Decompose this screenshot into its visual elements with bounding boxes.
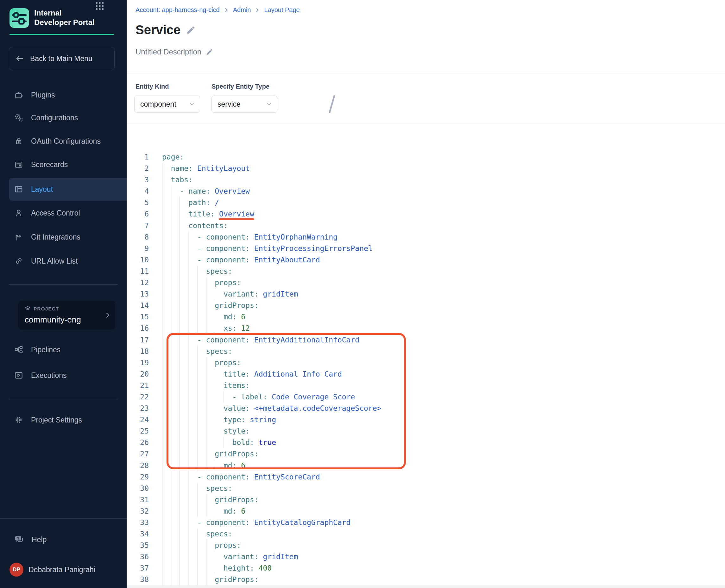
editor-scrollbar[interactable] [127, 585, 725, 588]
sidebar-item-git-integrations[interactable]: Git Integrations [0, 226, 127, 248]
sidebar-item-layout[interactable]: Layout [9, 178, 127, 201]
breadcrumb-layout-page-link[interactable]: Layout Page [264, 6, 299, 14]
code-line[interactable]: 37height: 400 [127, 562, 725, 574]
code-line[interactable]: 8- component: EntityOrphanWarning [127, 231, 725, 243]
sidebar-item-scorecards[interactable]: Scorecards [0, 153, 127, 176]
code-line[interactable]: 18specs: [127, 345, 725, 357]
user-menu[interactable]: DP Debabrata Panigrahi [9, 563, 95, 576]
sidebar-divider [9, 284, 118, 285]
page-title: Service [136, 23, 181, 37]
app-logo[interactable] [9, 8, 29, 28]
line-number: 26 [127, 437, 149, 448]
code-line[interactable]: 2name: EntityLayout [127, 163, 725, 174]
entity-type-select[interactable]: service [211, 96, 277, 113]
code-line[interactable]: 13variant: gridItem [127, 288, 725, 300]
sidebar-item-plugins[interactable]: Plugins [0, 84, 127, 106]
code-line[interactable]: 14gridProps: [127, 300, 725, 311]
app-title: Internal Developer Portal [34, 8, 96, 27]
entity-kind-select[interactable]: component [134, 96, 200, 113]
back-label: Back to Main Menu [30, 55, 92, 63]
yaml-editor[interactable]: 1page:2name: EntityLayout3tabs:4- name: … [127, 151, 725, 588]
back-to-main-menu-button[interactable]: Back to Main Menu [9, 47, 115, 70]
code-line[interactable]: 38gridProps: [127, 574, 725, 585]
line-number: 9 [127, 243, 149, 254]
apps-grid-icon[interactable] [95, 1, 104, 11]
code-line[interactable]: 5path: / [127, 197, 725, 208]
breadcrumb-separator-icon [254, 7, 260, 13]
code-line[interactable]: 12props: [127, 277, 725, 288]
arrow-left-icon [15, 54, 24, 63]
sidebar-item-oauth-configurations[interactable]: OAuth Configurations [0, 130, 127, 152]
line-number: 27 [127, 448, 149, 460]
puzzle-icon [14, 90, 23, 100]
line-number: 38 [127, 574, 149, 585]
code-line[interactable]: 10- component: EntityAboutCard [127, 254, 725, 266]
code-line[interactable]: 34specs: [127, 528, 725, 540]
code-line[interactable]: 4- name: Overview [127, 186, 725, 197]
code-line[interactable]: 31gridProps: [127, 494, 725, 505]
code-line[interactable]: 27gridProps: [127, 448, 725, 460]
breadcrumb-account-link[interactable]: Account: app-harness-ng-cicd [136, 6, 220, 14]
code-line[interactable]: 29- component: EntityScoreCard [127, 471, 725, 483]
play-box-icon [14, 371, 23, 380]
code-line[interactable]: 6title: Overview [127, 208, 725, 219]
code-line[interactable]: 30specs: [127, 483, 725, 494]
sidebar-item-label: Pipelines [31, 345, 60, 354]
code-line[interactable]: 36variant: gridItem [127, 551, 725, 562]
sidebar-item-project-settings[interactable]: Project Settings [0, 408, 127, 432]
line-number: 21 [127, 380, 149, 391]
code-lines[interactable]: 1page:2name: EntityLayout3tabs:4- name: … [127, 151, 725, 586]
sidebar-item-pipelines[interactable]: Pipelines [0, 338, 127, 361]
sidebar-item-label: Scorecards [31, 161, 68, 169]
breadcrumb-separator-icon [224, 7, 229, 13]
code-line[interactable]: 16xs: 12 [127, 322, 725, 334]
edit-description-pencil-icon[interactable] [206, 48, 213, 56]
sidebar-item-label: Git Integrations [31, 233, 80, 241]
line-number: 20 [127, 369, 149, 380]
code-line[interactable]: 21items: [127, 380, 725, 391]
edit-title-pencil-icon[interactable] [186, 25, 196, 35]
code-line[interactable]: 1page: [127, 151, 725, 163]
avatar: DP [9, 563, 23, 576]
project-selector[interactable]: PROJECT community-eng [18, 301, 115, 330]
help-chat-icon: ? [14, 534, 24, 545]
chevron-right-icon [104, 311, 111, 319]
sidebar-item-configurations[interactable]: Configurations [0, 106, 127, 129]
sidebar-divider [0, 518, 127, 519]
chevron-down-icon [266, 101, 273, 108]
sidebar-item-label: Layout [31, 185, 53, 194]
code-line[interactable]: 23value: <+metadata.codeCoverageScore> [127, 402, 725, 414]
code-line[interactable]: 7contents: [127, 220, 725, 231]
code-line[interactable]: 9- component: EntityProcessingErrorsPane… [127, 243, 725, 254]
sidebar-item-url-allow-list[interactable]: URL Allow List [0, 250, 127, 272]
code-line[interactable]: 33- component: EntityCatalogGraphCard [127, 517, 725, 528]
gear-icon [14, 415, 23, 425]
code-line[interactable]: 15md: 6 [127, 311, 725, 322]
sidebar-item-label: Access Control [31, 209, 80, 217]
line-number: 29 [127, 471, 149, 483]
line-number: 13 [127, 288, 149, 300]
code-line[interactable]: 25style: [127, 425, 725, 437]
sidebar-item-executions[interactable]: Executions [0, 364, 127, 387]
sidebar-item-access-control[interactable]: Access Control [0, 202, 127, 224]
code-line[interactable]: 20title: Additional Info Card [127, 369, 725, 380]
code-line[interactable]: 26bold: true [127, 437, 725, 448]
code-line[interactable]: 17- component: EntityAdditionalInfoCard [127, 334, 725, 345]
code-line[interactable]: 28md: 6 [127, 460, 725, 471]
breadcrumb-admin-link[interactable]: Admin [233, 6, 251, 14]
code-line[interactable]: 19props: [127, 357, 725, 369]
code-line[interactable]: 3tabs: [127, 174, 725, 186]
code-line[interactable]: 22- label: Code Coverage Score [127, 391, 725, 402]
entity-type-label: Specify Entity Type [211, 83, 269, 90]
link-icon [14, 256, 23, 266]
code-line[interactable]: 11specs: [127, 266, 725, 277]
form-divider [127, 123, 725, 123]
gears-icon [14, 113, 23, 123]
header-divider [127, 73, 725, 74]
code-line[interactable]: 24type: string [127, 414, 725, 425]
line-number: 6 [127, 208, 149, 219]
sidebar-item-help[interactable]: ? Help [0, 528, 127, 551]
line-number: 15 [127, 311, 149, 322]
code-line[interactable]: 35props: [127, 540, 725, 551]
code-line[interactable]: 32md: 6 [127, 505, 725, 517]
